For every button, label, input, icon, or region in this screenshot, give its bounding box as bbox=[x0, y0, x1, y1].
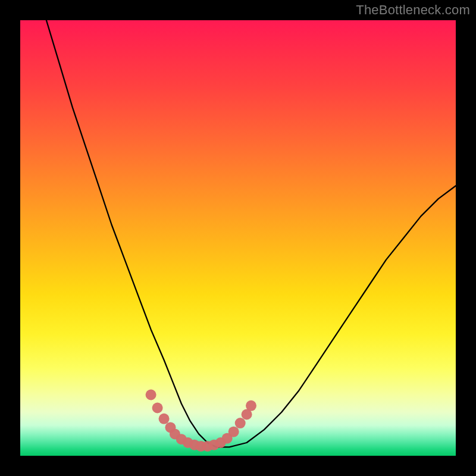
marker-cluster bbox=[146, 390, 256, 452]
marker-dot bbox=[228, 427, 239, 437]
chart-frame: TheBottleneck.com bbox=[0, 0, 476, 476]
curve-layer bbox=[20, 20, 456, 456]
marker-dot bbox=[235, 418, 246, 428]
marker-dot bbox=[246, 400, 256, 411]
watermark-text: TheBottleneck.com bbox=[356, 2, 470, 18]
plot-area bbox=[20, 20, 456, 456]
marker-dot bbox=[159, 414, 170, 424]
marker-dot bbox=[146, 390, 156, 400]
marker-dot bbox=[152, 403, 163, 414]
bottleneck-curve bbox=[46, 20, 456, 447]
